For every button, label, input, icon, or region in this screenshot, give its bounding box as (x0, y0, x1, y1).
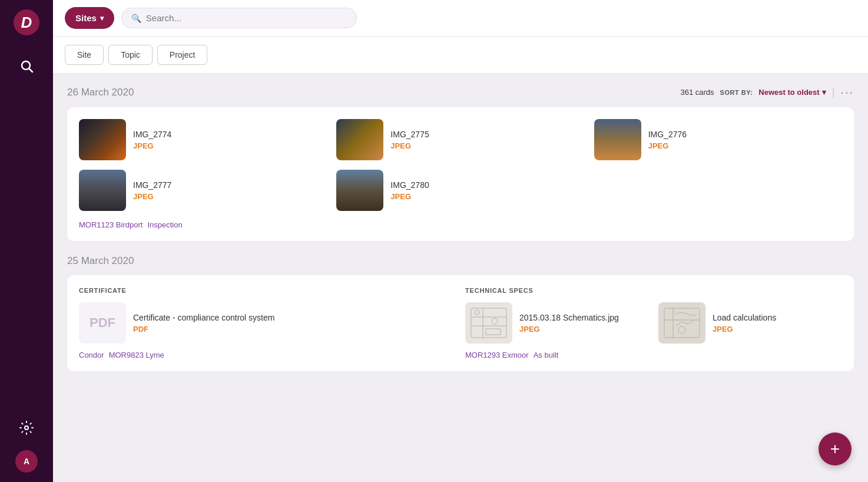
search-icon[interactable] (14, 53, 39, 79)
file-type: JPEG (648, 141, 687, 150)
sort-dropdown[interactable]: Newest to oldest ▾ (758, 88, 826, 97)
settings-icon[interactable] (14, 415, 39, 441)
load-thumbnail[interactable] (658, 302, 705, 344)
divider: | (832, 86, 835, 98)
technical-specs-files: 2015.03.18 Schematics.jpg JPEG (465, 302, 842, 344)
file-type: JPEG (713, 325, 776, 334)
file-info: Certificate - compliance control system … (133, 313, 274, 334)
tag-birdport[interactable]: MOR1123 Birdport (79, 220, 143, 229)
file-thumbnail[interactable] (336, 119, 383, 160)
file-info: IMG_2777 JPEG (133, 180, 171, 201)
tag-lyme[interactable]: MOR9823 Lyme (109, 351, 164, 359)
svg-rect-9 (486, 329, 501, 335)
file-name: IMG_2777 (133, 180, 171, 190)
file-info: Load calculations JPEG (713, 313, 776, 334)
certificate-subsection: CERTIFICATE PDF Certificate - compliance… (79, 287, 456, 359)
tab-topic[interactable]: Topic (108, 45, 153, 65)
card-count: 361 cards (681, 88, 714, 97)
svg-rect-3 (471, 308, 506, 338)
tab-site[interactable]: Site (65, 45, 104, 65)
file-info: 2015.03.18 Schematics.jpg JPEG (519, 313, 619, 334)
sites-button[interactable]: Sites ▾ (65, 7, 114, 29)
schematic-thumbnail[interactable] (465, 302, 512, 344)
file-info: IMG_2776 JPEG (648, 130, 687, 150)
section1-tags: MOR1123 Birdport Inspection (79, 220, 842, 229)
section1-header: 26 March 2020 361 cards SORT BY: Newest … (67, 85, 854, 99)
file-name: Certificate - compliance control system (133, 313, 274, 322)
file-info: IMG_2775 JPEG (390, 130, 429, 150)
tab-project[interactable]: Project (157, 45, 208, 65)
file-name: Load calculations (713, 313, 776, 322)
certificate-files: PDF Certificate - compliance control sys… (79, 302, 456, 344)
search-bar: 🔍 (121, 8, 357, 28)
svg-point-7 (475, 310, 479, 315)
file-type: PDF (133, 325, 274, 334)
main-content: Sites ▾ 🔍 Site Topic Project 26 March 20… (53, 0, 868, 482)
file-type: JPEG (519, 325, 619, 334)
svg-point-8 (492, 318, 498, 324)
certificate-tags: Condor MOR9823 Lyme (79, 351, 456, 359)
tag-condor[interactable]: Condor (79, 351, 104, 359)
file-type: JPEG (133, 141, 171, 150)
avatar[interactable]: A (15, 450, 38, 473)
svg-line-1 (29, 69, 33, 72)
filter-tabs: Site Topic Project (53, 37, 868, 74)
logo: D (14, 9, 39, 35)
file-thumbnail[interactable] (79, 170, 126, 211)
technical-specs-tags: MOR1293 Exmoor As built (465, 351, 842, 359)
file-info: IMG_2780 JPEG (390, 180, 429, 201)
logo-letter: D (21, 15, 32, 30)
list-item: IMG_2774 JPEG (79, 119, 327, 160)
svg-point-2 (25, 426, 28, 430)
pdf-icon: PDF (90, 315, 115, 331)
section2-header: 25 March 2020 (67, 255, 854, 267)
list-item: IMG_2775 JPEG (336, 119, 584, 160)
file-type: JPEG (390, 192, 429, 201)
file-type: JPEG (133, 192, 171, 201)
section2-card-group: CERTIFICATE PDF Certificate - compliance… (67, 275, 854, 371)
search-input[interactable] (146, 13, 347, 23)
topbar: Sites ▾ 🔍 (53, 0, 868, 37)
list-item: 2015.03.18 Schematics.jpg JPEG (465, 302, 649, 344)
content-area: 26 March 2020 361 cards SORT BY: Newest … (53, 74, 868, 482)
chevron-down-icon: ▾ (100, 14, 104, 22)
list-item: IMG_2780 JPEG (336, 170, 584, 211)
technical-specs-label: TECHNICAL SPECS (465, 287, 842, 294)
list-item: IMG_2776 JPEG (594, 119, 842, 160)
file-thumbnail[interactable] (594, 119, 641, 160)
technical-specs-subsection: TECHNICAL SPECS (465, 287, 842, 359)
file-name: IMG_2774 (133, 130, 171, 139)
section1-card-group: IMG_2774 JPEG IMG_2775 JPEG IMG_2776 J (67, 107, 854, 241)
search-icon-small: 🔍 (131, 14, 141, 23)
more-options-button[interactable]: ··· (840, 85, 854, 99)
tag-inspection[interactable]: Inspection (147, 220, 182, 229)
certificate-label: CERTIFICATE (79, 287, 456, 294)
file-name: IMG_2776 (648, 130, 687, 139)
section1-date: 26 March 2020 (67, 87, 134, 98)
file-grid-section1: IMG_2774 JPEG IMG_2775 JPEG IMG_2776 J (79, 119, 842, 211)
file-info: IMG_2774 JPEG (133, 130, 171, 150)
section2-date: 25 March 2020 (67, 255, 134, 267)
list-item: PDF Certificate - compliance control sys… (79, 302, 456, 344)
file-name: 2015.03.18 Schematics.jpg (519, 313, 619, 322)
pdf-thumbnail[interactable]: PDF (79, 302, 126, 344)
tag-as-built[interactable]: As built (534, 351, 559, 359)
file-name: IMG_2775 (390, 130, 429, 139)
file-type: JPEG (390, 141, 429, 150)
tag-exmoor[interactable]: MOR1293 Exmoor (465, 351, 529, 359)
chevron-down-icon-sort: ▾ (822, 88, 826, 97)
sort-label: SORT BY: (720, 89, 753, 96)
sidebar: D A (0, 0, 53, 482)
svg-point-13 (678, 326, 685, 334)
section2-grid: CERTIFICATE PDF Certificate - compliance… (79, 287, 842, 359)
file-name: IMG_2780 (390, 180, 429, 190)
sort-area: 361 cards SORT BY: Newest to oldest ▾ | … (681, 85, 854, 99)
file-thumbnail[interactable] (79, 119, 126, 160)
fab-add-button[interactable]: + (819, 433, 852, 466)
file-thumbnail[interactable] (336, 170, 383, 211)
list-item: Load calculations JPEG (658, 302, 842, 344)
list-item: IMG_2777 JPEG (79, 170, 327, 211)
